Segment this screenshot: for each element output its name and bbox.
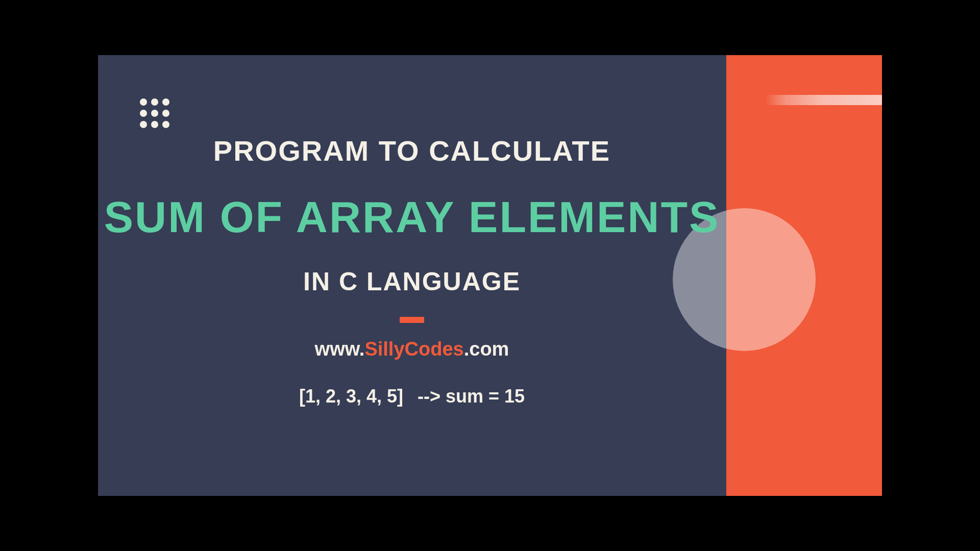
website-url: www.SillyCodes.com — [315, 338, 509, 360]
heading-main: Sum of Array Elements — [104, 192, 720, 242]
top-right-stripe — [765, 95, 882, 105]
dot — [140, 98, 147, 106]
dot — [140, 110, 147, 117]
example-result: --> sum = 15 — [418, 386, 525, 407]
example-text: [1, 2, 3, 4, 5]--> sum = 15 — [299, 386, 525, 407]
heading-line-2: In C Language — [303, 267, 521, 296]
banner-canvas: Program to Calculate Sum of Array Elemen… — [98, 55, 882, 496]
example-array: [1, 2, 3, 4, 5] — [299, 386, 403, 407]
dot — [151, 98, 158, 106]
dot — [162, 98, 169, 106]
heading-line-1: Program to Calculate — [213, 134, 610, 167]
dot — [162, 110, 169, 117]
dots-grid-icon — [140, 98, 169, 128]
dot — [151, 110, 158, 117]
url-name: SillyCodes — [364, 338, 463, 360]
dot — [140, 121, 147, 128]
url-prefix: www. — [315, 338, 365, 360]
content-block: Program to Calculate Sum of Array Elemen… — [98, 134, 726, 407]
dot — [162, 121, 169, 128]
accent-divider — [400, 317, 424, 323]
url-suffix: .com — [464, 338, 509, 360]
dot — [151, 121, 158, 128]
